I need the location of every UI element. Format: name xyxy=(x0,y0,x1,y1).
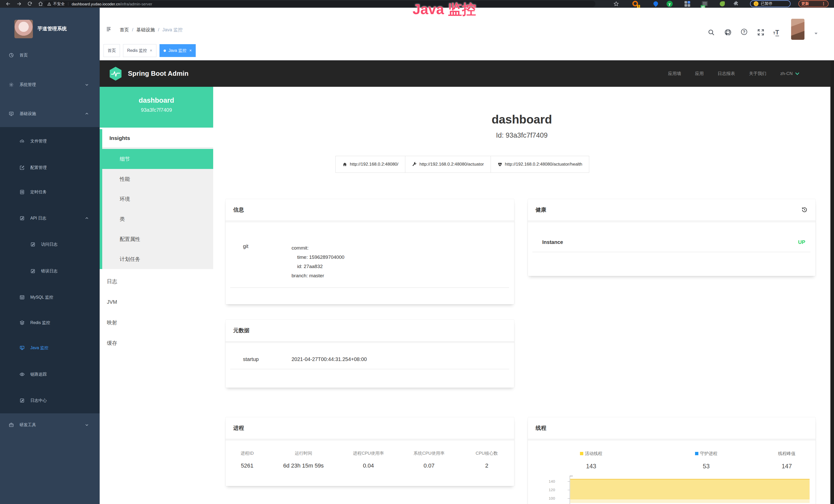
sidebar-item-config-management[interactable]: 配置管理 xyxy=(0,160,100,175)
sba-item-environment[interactable]: 环境 xyxy=(102,189,213,209)
sba-item-mappings[interactable]: 映射 xyxy=(100,312,213,333)
extension-icon-leaf[interactable] xyxy=(719,1,725,7)
extension-icon-pin[interactable] xyxy=(652,1,659,7)
sba-nav-applications[interactable]: 应用 xyxy=(695,71,704,76)
sidebar-item-log-center[interactable]: 日志中心 xyxy=(0,393,100,408)
breadcrumb-separator xyxy=(158,27,159,32)
sidebar-item-tracing[interactable]: 链路追踪 xyxy=(0,367,100,382)
tab-redis-monitor[interactable]: Redis 监控 xyxy=(123,44,156,57)
sba-app-name: dashboard xyxy=(100,96,213,105)
log-edit-icon xyxy=(20,398,25,403)
sba-language-select[interactable]: zh-CN xyxy=(780,71,799,76)
edit-square-icon xyxy=(20,165,25,170)
font-size-icon[interactable]: TT xyxy=(773,29,779,36)
chrome-update-button[interactable]: 更新 ⋮ xyxy=(798,0,829,7)
not-secure-icon xyxy=(47,2,51,6)
sidebar-item-redis-monitor[interactable]: Redis 监控 xyxy=(0,316,100,330)
sidebar-item-mysql-monitor[interactable]: MySQL 监控 xyxy=(0,290,100,304)
fullscreen-icon[interactable] xyxy=(757,29,764,36)
ytick-140: 140 xyxy=(542,479,555,483)
sba-insights-header[interactable]: Insights xyxy=(102,129,213,147)
back-icon[interactable] xyxy=(6,1,11,6)
instance-home-link[interactable]: http://192.168.0.2:48080/ xyxy=(335,156,405,173)
sidebar-item-home[interactable]: 首页 xyxy=(0,48,100,62)
live-threads-area-fade xyxy=(570,499,810,503)
sidebar-collapse-icon[interactable] xyxy=(105,26,112,32)
threads-legend: 活动线程 守护进程 线程峰值 xyxy=(528,451,815,457)
tab-java-monitor[interactable]: Java 监控 xyxy=(159,44,196,57)
card-process-title: 进程 xyxy=(233,425,244,432)
ytick-100: 100 xyxy=(542,496,555,500)
sba-brand[interactable]: Spring Boot Admin xyxy=(128,70,189,77)
reload-icon[interactable] xyxy=(27,1,32,6)
eye-icon xyxy=(20,372,25,377)
sidebar-item-access-log[interactable]: 访问日志 xyxy=(0,237,100,252)
chevron-down-icon xyxy=(795,72,799,75)
sidebar-item-scheduled-jobs[interactable]: 定时任务 xyxy=(0,185,100,199)
sba-item-logfile[interactable]: 日志 xyxy=(100,271,213,292)
sidebar-item-error-log[interactable]: 错误日志 xyxy=(0,264,100,278)
scrollbar[interactable] xyxy=(830,60,834,504)
close-icon[interactable] xyxy=(150,48,152,53)
process-uptime: 6d 23h 15m 59s xyxy=(269,462,338,469)
instance-actuator-link[interactable]: http://192.168.0.2:48080/actuator xyxy=(405,156,490,173)
sba-app-block[interactable]: dashboard 93a3fc7f7409 xyxy=(100,87,213,128)
sba-item-config-props[interactable]: 配置属性 xyxy=(102,229,213,249)
sba-item-caches[interactable]: 缓存 xyxy=(100,333,213,353)
ytick-120: 120 xyxy=(542,487,555,492)
instance-health-link[interactable]: http://192.168.0.2:48080/actuator/health xyxy=(490,156,590,173)
sidebar-item-infrastructure[interactable]: 基础设施 xyxy=(0,107,100,121)
sba-item-metrics[interactable]: 性能 xyxy=(102,169,213,189)
table-grid-icon xyxy=(20,295,25,300)
extension-icon-y[interactable]: y xyxy=(666,1,673,7)
cloud-upload-icon xyxy=(20,139,25,144)
user-avatar[interactable] xyxy=(791,19,805,40)
live-threads-area xyxy=(570,479,810,499)
breadcrumb-home[interactable]: 首页 xyxy=(120,27,129,33)
tab-home[interactable]: 首页 xyxy=(104,44,120,57)
sidebar-logo-row[interactable]: 芋道管理系统 xyxy=(0,19,100,39)
bookmark-star-icon[interactable] xyxy=(613,1,619,7)
y-axis-line xyxy=(570,476,570,504)
chevron-down-icon xyxy=(85,423,89,427)
cpu-cores: 2 xyxy=(459,462,514,469)
help-icon[interactable]: ? xyxy=(741,29,747,35)
forward-icon[interactable] xyxy=(17,1,22,6)
sba-nav-about[interactable]: 关于我们 xyxy=(749,71,766,76)
sba-sidebar: dashboard 93a3fc7f7409 Insights 细节 性能 环境… xyxy=(100,87,213,504)
close-icon[interactable] xyxy=(189,48,192,53)
sba-nav-wallboard[interactable]: 应用墙 xyxy=(668,71,681,76)
chevron-up-icon xyxy=(85,112,89,116)
extensions-puzzle-icon[interactable] xyxy=(733,1,739,6)
home-icon[interactable] xyxy=(38,1,43,6)
sidebar-item-file-management[interactable]: 文件管理 xyxy=(0,134,100,148)
extension-icon-grid[interactable] xyxy=(684,1,691,7)
sba-nav-journal[interactable]: 日志报表 xyxy=(718,71,735,76)
health-instance-row: Instance UP xyxy=(532,239,810,252)
github-icon[interactable] xyxy=(724,29,731,36)
extension-icon-orange[interactable]: 1 xyxy=(632,1,639,7)
sidebar-item-java-monitor[interactable]: Java 监控 xyxy=(0,341,100,355)
log-edit-icon xyxy=(30,269,36,274)
card-info-title: 信息 xyxy=(233,206,244,213)
sba-item-jvm[interactable]: JVM xyxy=(100,292,213,312)
chrome-menu-icon[interactable]: ⋮ xyxy=(821,1,826,6)
sba-item-classes[interactable]: 类 xyxy=(102,209,213,229)
sba-item-details[interactable]: 细节 xyxy=(102,149,213,169)
history-icon[interactable] xyxy=(801,206,808,213)
tabview-bar: 首页 Redis 监控 Java 监控 xyxy=(100,41,834,60)
daemon-threads-value: 53 xyxy=(655,463,758,470)
admin-sidebar: 芋道管理系统 首页 系统管理 基础设施 文件管理 配置管理 定时任务 xyxy=(0,8,100,504)
extension-icon-list-on[interactable]: on xyxy=(702,1,708,7)
spring-boot-admin-logo[interactable] xyxy=(109,67,122,81)
sba-item-scheduled-tasks[interactable]: 计划任务 xyxy=(102,249,213,269)
profile-paused-chip[interactable]: ☺ 已暂停 xyxy=(750,0,791,7)
breadcrumb-infrastructure[interactable]: 基础设施 xyxy=(136,27,155,33)
search-icon[interactable] xyxy=(708,29,715,36)
sidebar-item-api-log[interactable]: API 日志 xyxy=(0,211,100,225)
sidebar-item-system[interactable]: 系统管理 xyxy=(0,77,100,92)
peak-threads-value: 147 xyxy=(758,463,815,470)
avatar-caret-down-icon[interactable] xyxy=(814,32,818,35)
sidebar-item-dev-tools[interactable]: 研发工具 xyxy=(0,418,100,432)
process-table-values: 5261 6d 23h 15m 59s 0.04 0.07 2 xyxy=(225,462,514,469)
